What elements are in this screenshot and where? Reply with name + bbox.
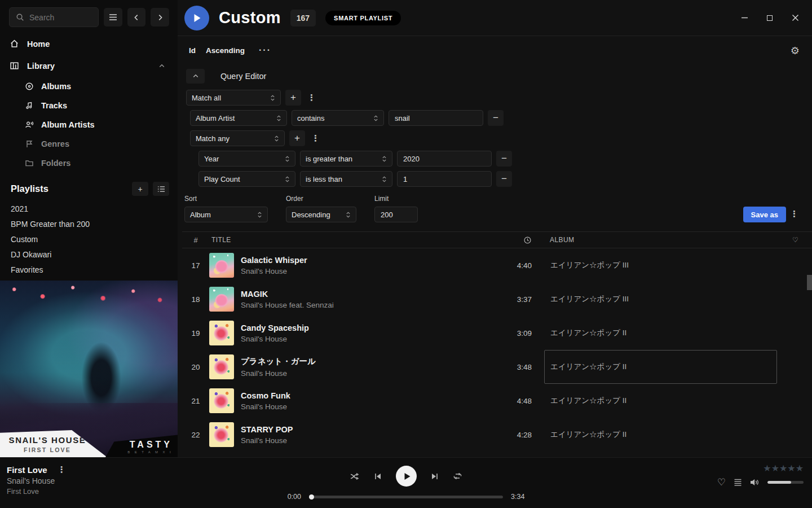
repeat-icon[interactable] [453,472,462,480]
scrollbar-thumb[interactable] [807,275,812,290]
header-album[interactable]: ALBUM [544,236,787,244]
previous-track-icon[interactable] [374,472,382,480]
group-rule1-value-input[interactable] [397,151,492,167]
rule-operator-select[interactable]: contains [292,110,384,126]
table-row[interactable]: 20 プラネット・ガール Snail's House 3:48 エイリアン☆ポッ… [182,350,812,384]
rating-stars[interactable]: ★★★★★ [763,464,804,473]
duration-clock-icon[interactable] [500,236,544,244]
playlist-item-custom[interactable]: Custom [0,231,178,247]
search-input[interactable]: Search [9,7,99,27]
sidebar-item-genres[interactable]: Genres [0,134,178,154]
playlist-item-dj-okawari[interactable]: DJ Okawari [0,247,178,262]
seek-handle[interactable] [309,494,314,500]
playlists-title: Playlists [11,183,127,194]
table-row[interactable]: 18 MAGIK Snail's House feat. Sennzai 3:3… [182,282,812,316]
header-index[interactable]: # [182,236,209,244]
sort-field-button[interactable]: Id [189,46,196,55]
save-kebab-icon[interactable]: ⋮ [788,210,800,218]
rule-value-input[interactable] [389,110,483,126]
sidebar-item-library[interactable]: Library [0,55,178,77]
search-placeholder: Search [29,13,54,22]
collapse-query-editor-button[interactable] [186,69,205,84]
group-rule1-field-select[interactable]: Year [198,151,295,167]
chevron-up-icon[interactable] [158,63,165,69]
table-row[interactable]: 19 Candy Spaceship Snail's House 3:09 エイ… [182,316,812,350]
volume-icon[interactable] [750,478,760,487]
now-playing-kebab-icon[interactable]: ⋮ [56,466,68,474]
track-duration: 4:28 [500,431,544,439]
artwork-brand: TASTY [130,440,173,450]
header-title[interactable]: TITLE [209,236,500,244]
track-number: 22 [182,431,209,439]
group-rule2-operator-select[interactable]: is less than [300,171,392,187]
header-heart-icon[interactable]: ♡ [787,236,812,244]
playlist-item-favorites[interactable]: Favorites [0,262,178,277]
group-rule1-remove-button[interactable]: − [496,151,512,167]
group-rule2-field-select[interactable]: Play Count [198,171,295,187]
root-match-value: Match all [192,94,221,102]
root-match-select[interactable]: Match all [186,90,281,106]
album-cell[interactable]: エイリアン☆ポップ II [544,316,777,350]
group-match-select[interactable]: Match any [190,130,285,146]
group-rule2-remove-button[interactable]: − [496,171,512,187]
sidebar-item-albums[interactable]: Albums [0,77,178,96]
table-row[interactable]: 22 STARRY POP Snail's House 4:28 エイリアン☆ポ… [182,418,812,452]
playlist-item-2021[interactable]: 2021 [0,201,178,216]
playlist-item-bpm[interactable]: BPM Greater than 200 [0,216,178,231]
content: Custom 167 SMART PLAYLIST Id Ascending ·… [178,0,812,457]
table-row[interactable]: 17 Galactic Whisper Snail's House 4:40 エ… [182,248,812,282]
table-row[interactable]: 21 Cosmo Funk Snail's House 4:48 エイリアン☆ポ… [182,384,812,418]
seek-bar[interactable] [309,496,503,498]
remove-rule-button[interactable]: − [488,110,504,126]
add-rule-button[interactable]: + [285,90,301,106]
sidebar-item-tracks[interactable]: Tracks [0,96,178,115]
order-select[interactable]: Descending [286,207,356,222]
group-match-value: Match any [196,134,230,143]
album-cell[interactable]: エイリアン☆ポップ III [544,282,777,316]
sort-value: Album [190,211,211,219]
sort-select[interactable]: Album [184,207,268,222]
album-cell[interactable]: エイリアン☆ポップ II [544,384,777,418]
play-playlist-button[interactable] [184,6,209,30]
volume-slider[interactable] [767,481,804,484]
add-playlist-button[interactable]: + [132,182,148,196]
album-artists-label: Album Artists [41,120,95,129]
minimize-button[interactable] [740,14,749,23]
queue-icon[interactable] [734,479,742,487]
sidebar-item-album-artists[interactable]: Album Artists [0,115,178,134]
menu-button[interactable] [104,8,122,27]
settings-gear-icon[interactable]: ⚙ [791,45,800,56]
limit-input[interactable] [374,207,418,222]
group-kebab-icon[interactable]: ⋮ [310,134,321,143]
album-cell[interactable]: エイリアン☆ポップ II [544,350,777,384]
back-button[interactable] [127,8,146,27]
group-add-rule-button[interactable]: + [289,130,305,146]
save-as-button[interactable]: Save as [743,207,786,222]
now-playing-artist[interactable]: Snail's House [7,476,187,485]
rule-kebab-icon[interactable]: ⋮ [306,94,317,102]
hamburger-icon [109,14,117,21]
group-rule1-operator-select[interactable]: is greater than [300,151,392,167]
shuffle-icon[interactable] [350,472,360,481]
genres-flag-icon [25,139,34,148]
group-rule2-value-input[interactable] [397,171,492,187]
more-options-button[interactable]: ··· [259,45,271,55]
track-artist: Snail's House [241,335,309,343]
rule-field-select[interactable]: Album Artist [190,110,287,126]
maximize-button[interactable] [765,14,774,23]
now-playing-album[interactable]: First Love [7,487,187,496]
playlist-list-button[interactable] [153,182,169,196]
forward-button[interactable] [151,8,169,27]
next-track-icon[interactable] [431,472,439,480]
album-cell[interactable]: エイリアン☆ポップ III [544,248,777,282]
group-rule2-field-value: Play Count [204,175,240,183]
now-playing-title[interactable]: First Love [7,465,47,475]
sidebar-item-folders[interactable]: Folders [0,154,178,173]
play-pause-button[interactable] [396,466,417,487]
favorite-heart-icon[interactable]: ♡ [717,478,726,487]
album-cell[interactable]: エイリアン☆ポップ II [544,418,777,452]
sidebar-item-home[interactable]: Home [0,33,178,55]
sort-direction-button[interactable]: Ascending [206,46,245,55]
close-button[interactable] [791,14,800,23]
volume-fill [767,481,791,484]
